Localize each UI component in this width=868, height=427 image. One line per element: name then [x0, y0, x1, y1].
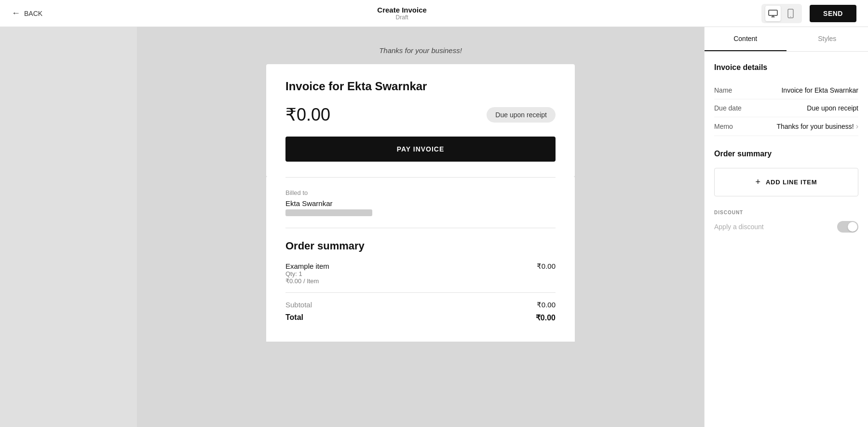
summary-divider: [285, 292, 556, 293]
order-summary-heading: Order summary: [714, 150, 858, 158]
invoice-card: Invoice for Ekta Swarnkar ₹0.00 Due upon…: [266, 64, 575, 177]
invoice-amount: ₹0.00: [285, 105, 330, 125]
add-line-item-button[interactable]: + ADD LINE ITEM: [714, 168, 858, 196]
preview-area: Thanks for your business! Invoice for Ek…: [137, 27, 704, 427]
total-label: Total: [285, 313, 303, 322]
item-qty: Qty: 1: [285, 270, 329, 277]
name-label: Name: [714, 86, 732, 94]
right-content: Invoice details Name Invoice for Ekta Sw…: [705, 52, 868, 427]
topbar: ← BACK Create Invoice Draft SEND: [0, 0, 868, 27]
due-date-value: Due upon receipt: [807, 104, 858, 112]
invoice-divider-2: [285, 228, 556, 228]
total-value: ₹0.00: [536, 313, 556, 322]
billed-to-label: Billed to: [285, 189, 556, 196]
svg-point-2: [790, 16, 791, 17]
order-summary-title: Order summary: [285, 240, 556, 252]
subtotal-value: ₹0.00: [537, 301, 556, 309]
due-badge: Due upon receipt: [487, 107, 556, 123]
discount-section: DISCOUNT Apply a discount: [714, 210, 858, 233]
billed-email-blurred: [285, 209, 372, 216]
page-subtitle: Draft: [377, 14, 427, 21]
subtotal-label: Subtotal: [285, 301, 312, 309]
tab-content[interactable]: Content: [705, 27, 787, 51]
invoice-title: Invoice for Ekta Swarnkar: [285, 80, 556, 93]
invoice-details-heading: Invoice details: [714, 63, 858, 72]
apply-discount-label: Apply a discount: [714, 223, 764, 231]
right-tabs: Content Styles: [705, 27, 868, 52]
line-item: Example item Qty: 1 ₹0.00 / Item ₹0.00: [285, 262, 556, 285]
topbar-right: SEND: [761, 4, 856, 23]
back-label: BACK: [24, 10, 42, 17]
discount-section-label: DISCOUNT: [714, 210, 858, 215]
subtotal-row: Subtotal ₹0.00: [285, 301, 556, 309]
desktop-view-button[interactable]: [765, 6, 781, 21]
pay-invoice-button[interactable]: PAY INVOICE: [285, 137, 556, 162]
back-button[interactable]: ← BACK: [12, 8, 42, 18]
mobile-view-button[interactable]: [783, 6, 798, 21]
device-toggle: [761, 4, 802, 23]
topbar-center: Create Invoice Draft: [377, 6, 427, 21]
apply-discount-toggle[interactable]: [837, 221, 858, 233]
invoice-amount-row: ₹0.00 Due upon receipt: [285, 105, 556, 125]
invoice-preview: Thanks for your business! Invoice for Ek…: [266, 46, 575, 342]
svg-rect-0: [769, 10, 777, 15]
line-item-left: Example item Qty: 1 ₹0.00 / Item: [285, 262, 329, 285]
add-line-item-label: ADD LINE ITEM: [766, 179, 817, 186]
page-title: Create Invoice: [377, 6, 427, 14]
discount-row: Apply a discount: [714, 221, 858, 233]
back-arrow-icon: ←: [12, 8, 20, 18]
memo-detail-row[interactable]: Memo Thanks for your business! ›: [714, 117, 858, 136]
billed-name: Ekta Swarnkar: [285, 199, 556, 207]
due-date-label: Due date: [714, 104, 742, 112]
right-panel: Content Styles Invoice details Name Invo…: [704, 27, 868, 427]
name-value: Invoice for Ekta Swarnkar: [781, 86, 858, 94]
item-unit-price: ₹0.00 / Item: [285, 277, 329, 285]
tab-styles[interactable]: Styles: [787, 27, 868, 51]
item-name: Example item: [285, 262, 329, 270]
invoice-thanks: Thanks for your business!: [266, 46, 575, 55]
memo-label: Memo: [714, 123, 733, 130]
name-detail-row: Name Invoice for Ekta Swarnkar: [714, 82, 858, 99]
plus-icon: +: [756, 177, 761, 187]
main-layout: Thanks for your business! Invoice for Ek…: [0, 27, 868, 427]
left-panel: [0, 27, 137, 427]
item-total: ₹0.00: [537, 262, 556, 271]
invoice-body: Billed to Ekta Swarnkar Order summary Ex…: [266, 177, 575, 342]
memo-chevron-icon: ›: [856, 122, 858, 131]
invoice-divider: [285, 177, 556, 178]
order-summary-section: Order summary + ADD LINE ITEM DISCOUNT A…: [714, 150, 858, 233]
send-button[interactable]: SEND: [810, 5, 856, 22]
total-row: Total ₹0.00: [285, 313, 556, 322]
memo-value: Thanks for your business! ›: [776, 122, 858, 131]
due-date-detail-row: Due date Due upon receipt: [714, 99, 858, 117]
